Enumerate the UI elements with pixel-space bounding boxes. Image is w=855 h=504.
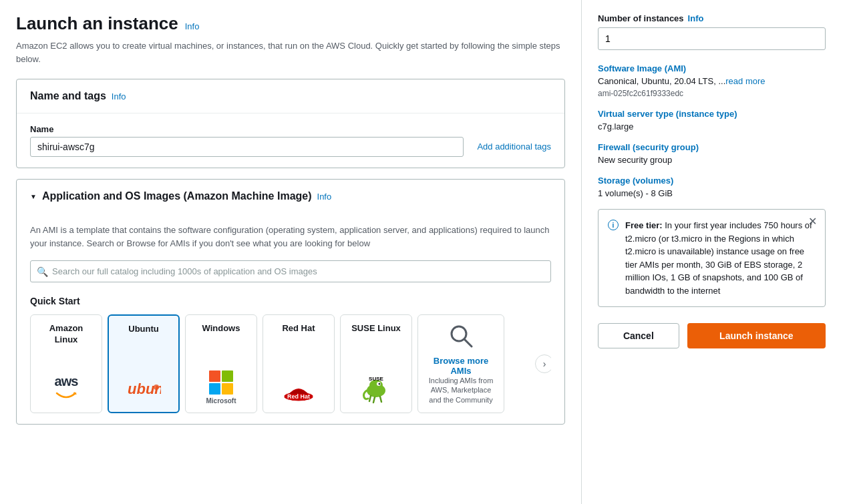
software-image-title[interactable]: Software Image (AMI) [598, 63, 826, 73]
main-content: Launch an instance Info Amazon EC2 allow… [0, 0, 581, 504]
instances-input[interactable] [598, 27, 826, 50]
name-tags-title-text: Name and tags [30, 90, 106, 102]
free-tier-info-icon: i [608, 220, 619, 297]
instances-label-container: Number of instances Info [598, 13, 826, 23]
ami-description: An AMI is a template that contains the s… [30, 224, 551, 250]
ami-card-ubuntu[interactable]: Ubuntu ubuntu [108, 314, 180, 413]
microsoft-logo-icon [209, 370, 233, 395]
sidebar-actions: Cancel Launch instance [598, 323, 826, 348]
ami-section: ▼ Application and OS Images (Amazon Mach… [16, 179, 565, 425]
ami-card-redhat-logo: Red Hat [281, 371, 316, 405]
ami-card-ubuntu-logo: ubuntu [126, 370, 161, 404]
virtual-server-title[interactable]: Virtual server type (instance type) [598, 109, 826, 119]
add-tags-link[interactable]: Add additional tags [477, 142, 551, 157]
browse-more-sub: Including AMIs from AWS, Marketplace and… [425, 376, 497, 405]
search-icon: 🔍 [37, 266, 48, 277]
ami-title-text: Application and OS Images (Amazon Machin… [42, 190, 312, 202]
svg-point-2 [154, 385, 159, 390]
browse-more-label: Browse more AMIs [425, 356, 497, 376]
name-tags-title: Name and tags Info [30, 90, 551, 102]
ami-card-windows[interactable]: Windows Microsoft [185, 314, 257, 413]
free-tier-text: Free tier: In your first year includes 7… [625, 219, 816, 297]
ami-cards-container: AmazonLinux aws [30, 314, 551, 413]
page-description: Amazon EC2 allows you to create virtual … [16, 39, 565, 65]
svg-text:Red Hat: Red Hat [287, 393, 310, 400]
ami-card-ubuntu-name: Ubuntu [128, 324, 158, 335]
page-title-container: Launch an instance Info [16, 13, 565, 34]
browse-more-icon [448, 323, 474, 353]
ami-card-browse-more[interactable]: Browse more AMIs Including AMIs from AWS… [417, 314, 504, 413]
storage-title[interactable]: Storage (volumes) [598, 176, 826, 186]
ami-card-suse-name: SUSE Linux [351, 323, 401, 334]
firewall-section: Firewall (security group) New security g… [598, 142, 826, 165]
carousel-next-button[interactable]: › [535, 354, 551, 373]
page-title: Launch an instance [16, 13, 178, 34]
ami-search-container: 🔍 [30, 260, 551, 282]
name-row: Name Add additional tags [30, 124, 551, 157]
software-image-value: Canonical, Ubuntu, 20.04 LTS, ...read mo… [598, 76, 826, 86]
software-image-text: Canonical, Ubuntu, 20.04 LTS, ... [598, 76, 725, 86]
name-field: Name [30, 124, 464, 157]
software-image-read-more[interactable]: read more [725, 76, 765, 86]
quick-start-label: Quick Start [30, 296, 551, 306]
instances-info-link[interactable]: Info [688, 13, 704, 23]
name-input[interactable] [30, 137, 464, 157]
free-tier-bold: Free tier: [625, 220, 663, 230]
ami-title: ▼ Application and OS Images (Amazon Mach… [30, 190, 551, 202]
instances-label: Number of instances [598, 13, 684, 23]
storage-section: Storage (volumes) 1 volume(s) - 8 GiB [598, 176, 826, 198]
storage-value: 1 volume(s) - 8 GiB [598, 188, 826, 198]
ami-card-amazon-linux[interactable]: AmazonLinux aws [30, 314, 102, 413]
aws-smile-icon [55, 389, 77, 401]
ami-header: ▼ Application and OS Images (Amazon Mach… [17, 180, 564, 213]
firewall-title[interactable]: Firewall (security group) [598, 142, 826, 152]
svg-line-11 [373, 397, 375, 403]
free-tier-notice: i Free tier: In your first year includes… [598, 209, 826, 307]
ami-card-windows-logo: Microsoft [206, 371, 236, 405]
svg-line-15 [464, 339, 472, 346]
name-tags-header: Name and tags Info [17, 79, 564, 113]
name-tags-body: Name Add additional tags [17, 113, 564, 168]
page-title-info-link[interactable]: Info [185, 21, 200, 31]
launch-instance-button[interactable]: Launch instance [687, 323, 826, 348]
software-image-id: ami-025fc2c61f9333edc [598, 89, 826, 98]
ami-card-windows-name: Windows [202, 323, 240, 334]
ami-info-link[interactable]: Info [317, 192, 332, 202]
ami-card-redhat-name: Red Hat [282, 323, 315, 334]
svg-line-12 [380, 397, 381, 402]
ami-card-amazon-linux-name: AmazonLinux [49, 323, 83, 346]
virtual-server-value: c7g.large [598, 121, 826, 132]
collapse-arrow-icon[interactable]: ▼ [30, 193, 37, 200]
cancel-button[interactable]: Cancel [598, 323, 679, 348]
ami-search-input[interactable] [30, 260, 551, 282]
svg-point-9 [379, 383, 381, 385]
ami-body: An AMI is a template that contains the s… [17, 213, 564, 424]
free-tier-close-button[interactable]: ✕ [808, 216, 817, 227]
svg-text:i: i [613, 222, 615, 229]
firewall-value: New security group [598, 155, 826, 165]
ami-card-amazon-linux-logo: aws [55, 371, 78, 405]
virtual-server-section: Virtual server type (instance type) c7g.… [598, 109, 826, 132]
aws-text: aws [55, 374, 78, 389]
svg-text:SUSE: SUSE [369, 376, 383, 382]
name-tags-info-link[interactable]: Info [112, 91, 126, 101]
name-tags-section: Name and tags Info Name Add additional t… [16, 79, 565, 168]
ami-card-suse-logo: SUSE [360, 371, 392, 405]
ami-card-suse[interactable]: SUSE Linux [340, 314, 412, 413]
name-label: Name [30, 124, 464, 134]
svg-line-10 [369, 396, 371, 401]
ami-card-redhat[interactable]: Red Hat [263, 314, 335, 413]
sidebar: Number of instances Info Software Image … [581, 0, 842, 504]
software-image-section: Software Image (AMI) Canonical, Ubuntu, … [598, 63, 826, 98]
free-tier-body: In your first year includes 750 hours of… [625, 220, 812, 296]
